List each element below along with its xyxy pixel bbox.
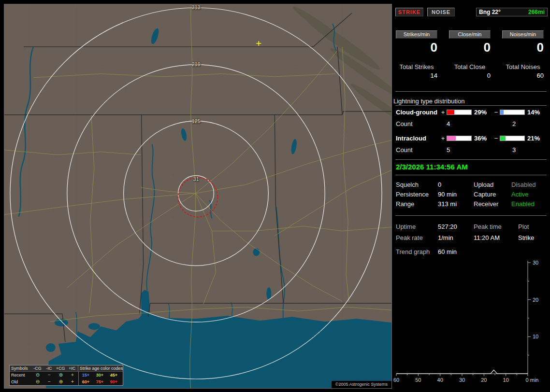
svg-text:10: 10	[503, 377, 509, 383]
capture-label: Capture	[474, 191, 496, 198]
svg-text:50: 50	[415, 377, 421, 383]
peak-rate-value: 1/min	[438, 234, 453, 241]
legend-header: Symbols -CG -IC +CG +IC Strike age color…	[10, 365, 123, 372]
plot-label: Plot	[518, 223, 529, 230]
strikes-per-min-button[interactable]: Strikes/min	[396, 30, 437, 39]
age-60: 60+	[79, 379, 93, 384]
age-75: 75+	[93, 379, 107, 384]
noise-mode-button[interactable]: NOISE	[427, 8, 455, 16]
upload-label: Upload	[474, 181, 493, 188]
legend-col-neg-cg: -CG	[32, 366, 43, 371]
total-close-label: Total Close	[449, 63, 491, 70]
trend-window-value: 60 min	[438, 248, 457, 255]
intracloud-row: Intracloud + 36% − 21%	[396, 135, 548, 142]
legend-row-recent: Recent ⊖ − ⊕ + 15+ 30+ 45+	[10, 372, 123, 378]
neg-cg-symbol: ⊖	[32, 379, 43, 384]
range-ring-label: 31	[193, 177, 199, 182]
old-label: Old	[10, 379, 32, 384]
pos-cg-symbol: ⊕	[55, 373, 67, 378]
svg-text:0 min: 0 min	[526, 377, 539, 383]
close-per-min-button[interactable]: Close/min	[449, 30, 491, 39]
count-label: Count	[396, 120, 413, 127]
svg-text:30: 30	[533, 260, 538, 266]
separator	[395, 175, 547, 175]
neg-ic-symbol: −	[43, 373, 55, 378]
neg-cg-symbol: ⊖	[32, 373, 43, 378]
squelch-label: Squelch	[396, 181, 419, 188]
neg-ic-symbol: −	[43, 379, 55, 384]
pos-cg-symbol: ⊕	[55, 379, 67, 384]
strike-rate-trace	[396, 370, 528, 374]
pos-ic-symbol: +	[67, 373, 78, 378]
svg-text:20: 20	[481, 377, 487, 383]
recent-label: Recent	[10, 373, 32, 378]
ic-minus-bar	[500, 136, 525, 141]
strikes-rate-value: 0	[396, 40, 437, 55]
total-strikes-label: Total Strikes	[396, 63, 437, 70]
cloud-ground-label: Cloud-ground	[396, 109, 441, 116]
copyright-bar: ©2005 Astrogenic Systems	[332, 381, 391, 388]
cg-plus-bar	[447, 110, 472, 115]
plus-sign: +	[441, 109, 445, 116]
svg-text:20: 20	[533, 297, 538, 303]
clock-display: 2/3/2026 11:34:56 AM	[396, 163, 468, 171]
age-45: 45+	[107, 373, 121, 378]
cg-minus-percent: 14%	[526, 109, 547, 116]
total-noises-label: Total Noises	[502, 63, 544, 70]
receiver-status: Enabled	[511, 200, 535, 208]
persistence-label: Persistence	[396, 191, 429, 198]
strike-mode-button[interactable]: STRIKE	[395, 8, 423, 16]
lightning-map[interactable]: 313 219 125 31 Symbols -CG -IC +CG +IC S…	[4, 4, 392, 389]
bearing-value: Bng 22°	[479, 8, 501, 16]
ic-plus-percent: 36%	[473, 135, 494, 142]
persistence-value: 90 min	[438, 191, 457, 198]
receiver-label: Receiver	[474, 200, 498, 208]
legend-symbols-title: Symbols	[10, 366, 32, 371]
cg-plus-percent: 29%	[473, 109, 494, 116]
cg-minus-bar	[500, 110, 525, 115]
distance-value: 266mi	[528, 8, 545, 16]
upload-status: Disabled	[511, 181, 536, 188]
count-label: Count	[396, 146, 413, 154]
uptime-value: 527:20	[438, 223, 457, 230]
legend-col-pos-ic: +IC	[66, 366, 78, 371]
map-legend: Symbols -CG -IC +CG +IC Strike age color…	[9, 365, 123, 386]
cg-plus-count: 4	[447, 120, 450, 127]
ic-minus-percent: 21%	[526, 135, 547, 142]
legend-col-pos-cg: +CG	[55, 366, 66, 371]
uptime-label: Uptime	[396, 223, 416, 230]
strike-age-header: Strike age color codes	[78, 366, 123, 371]
peak-time-value: 11:20 AM	[474, 234, 500, 241]
age-30: 30+	[93, 373, 107, 378]
separator	[395, 91, 547, 92]
noises-per-min-button[interactable]: Noises/min	[502, 30, 544, 39]
legend-col-neg-ic: -IC	[43, 366, 55, 371]
legend-row-old: Old ⊖ − ⊕ + 60+ 75+ 90+	[10, 378, 123, 385]
minus-sign: −	[494, 135, 498, 142]
plot-value: Strike	[518, 234, 534, 241]
noises-rate-value: 0	[502, 40, 544, 55]
capture-status: Active	[511, 191, 528, 198]
total-close-value: 0	[449, 72, 491, 79]
plus-sign: +	[441, 135, 445, 142]
trend-graph: 6050403020100 min302010	[393, 259, 550, 392]
age-90: 90+	[107, 379, 121, 384]
cloud-ground-row: Cloud-ground + 29% − 14%	[396, 109, 548, 116]
cg-minus-count: 2	[512, 120, 516, 127]
minus-sign: −	[494, 109, 498, 116]
total-noises-value: 60	[502, 72, 544, 79]
ic-minus-count: 3	[512, 146, 516, 154]
squelch-value: 0	[438, 181, 441, 188]
svg-text:10: 10	[533, 334, 538, 339]
range-ring-label: 313	[192, 5, 201, 10]
trend-graph-label: Trend graph	[396, 248, 430, 255]
range-ring-label: 125	[192, 119, 201, 124]
peak-time-label: Peak time	[474, 223, 502, 230]
svg-text:30: 30	[459, 377, 465, 383]
ic-plus-count: 5	[447, 146, 450, 154]
svg-text:60: 60	[393, 377, 399, 383]
peak-rate-label: Peak rate	[396, 234, 423, 241]
close-rate-value: 0	[449, 40, 491, 55]
svg-text:40: 40	[437, 377, 443, 383]
pos-ic-symbol: +	[67, 379, 78, 384]
